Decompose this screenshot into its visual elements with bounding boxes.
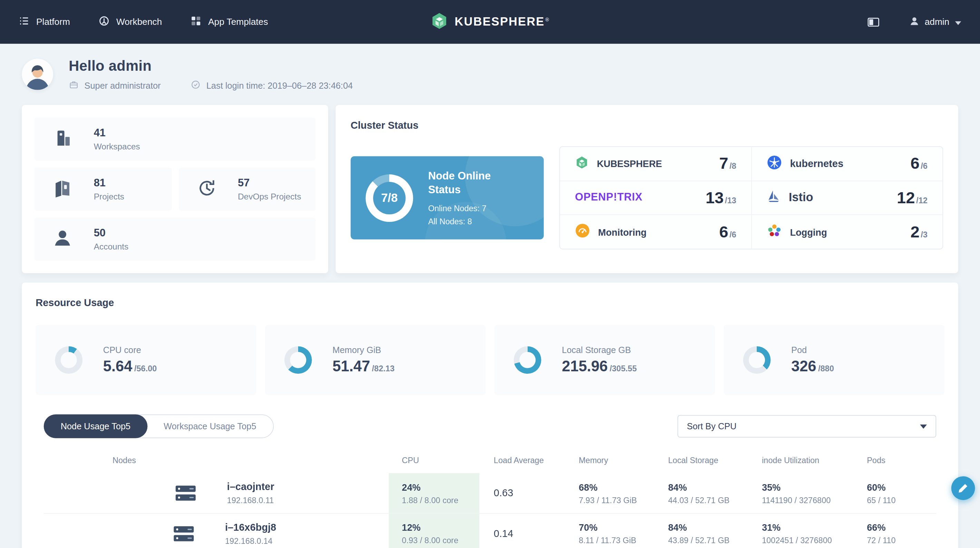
- nav-item-workbench[interactable]: Workbench: [99, 16, 162, 28]
- table-row[interactable]: i–caojnter 192.168.0.11 24% 1.88 / 8.00 …: [44, 473, 936, 513]
- user-icon: [909, 16, 919, 28]
- pencil-icon: [958, 483, 969, 494]
- kubernetes-helm-icon: [767, 155, 781, 172]
- kubesphere-logo-icon: [430, 12, 449, 32]
- top-nav: Platform Workbench App Templates KUBESPH…: [0, 0, 980, 44]
- storage-detail: 44.03 / 52.71 GB: [668, 495, 749, 505]
- gauge-value: 51.47/82.13: [332, 357, 395, 375]
- component-name: Logging: [790, 227, 827, 237]
- pods-detail: 65 / 110: [867, 495, 936, 505]
- component-istio: Istio 12/12: [751, 181, 942, 215]
- component-count-total: /8: [729, 161, 737, 171]
- component-kubernetes: kubernetes 6/6: [751, 147, 942, 181]
- table-row[interactable]: i–16x6bgj8 192.168.0.14 12% 0.93 / 8.00 …: [44, 513, 936, 548]
- kubesphere-small-icon: [575, 156, 589, 172]
- gauge-used: 5.64: [103, 357, 132, 375]
- avatar: [22, 59, 53, 90]
- nav-item-app-templates[interactable]: App Templates: [191, 16, 268, 28]
- gauge-used: 326: [791, 357, 816, 375]
- stat-projects[interactable]: 81 Projects: [35, 167, 172, 210]
- nav-item-platform[interactable]: Platform: [19, 16, 70, 28]
- gauge-value: 215.96/305.55: [562, 357, 636, 375]
- all-nodes-label: All Nodes: 8: [428, 217, 516, 226]
- nav-menu: Platform Workbench App Templates: [19, 16, 268, 28]
- floating-edit-button[interactable]: [951, 476, 975, 500]
- tab-workspace-usage-top5[interactable]: Workspace Usage Top5: [146, 414, 273, 438]
- user-name: admin: [925, 17, 950, 27]
- component-logging: Logging 2/3: [751, 215, 942, 249]
- load-average-cell: 0.63: [479, 473, 566, 513]
- stat-text: 57 DevOps Projects: [238, 177, 301, 202]
- component-name: kubernetes: [790, 158, 843, 169]
- gauge-used: 215.96: [562, 357, 608, 375]
- stat-label: Accounts: [94, 242, 129, 251]
- node-name[interactable]: i–caojnter: [227, 481, 274, 493]
- kubesphere-dashboard: Platform Workbench App Templates KUBESPH…: [0, 0, 980, 548]
- stat-devops-projects[interactable]: 57 DevOps Projects: [178, 167, 316, 210]
- storage-donut: [514, 346, 541, 374]
- col-header-load-average: Load Average: [479, 456, 566, 465]
- brand[interactable]: KUBESPHERE®: [430, 12, 550, 32]
- col-header-memory: Memory: [566, 456, 655, 465]
- memory-cell: 70% 8.11 / 11.73 GiB: [566, 514, 655, 548]
- sort-by-value: Sort By CPU: [687, 421, 737, 432]
- component-name: Monitoring: [598, 227, 646, 237]
- component-count-value: 6: [910, 154, 919, 173]
- col-header-nodes: Nodes: [44, 456, 389, 465]
- server-icon: [175, 484, 197, 502]
- gauge-text: Pod 326/880: [791, 345, 834, 375]
- page-header: Hello admin Super administrator Last log…: [0, 44, 980, 102]
- check-circle-icon: [191, 80, 201, 91]
- role-label: Super administrator: [84, 81, 161, 91]
- component-openpitrix: OPENP!TRIX 13/13: [560, 181, 751, 215]
- stat-label: Projects: [94, 192, 124, 201]
- pods-percent: 66%: [867, 522, 936, 532]
- app-templates-icon: [191, 16, 202, 28]
- stat-value: 57: [238, 177, 301, 190]
- pod-donut: [743, 346, 771, 374]
- cpu-cell: 24% 1.88 / 8.00 core: [389, 473, 480, 513]
- resource-usage-card: Resource Usage CPU core 5.64/56.00 Memor…: [22, 283, 958, 548]
- last-login: Last login time: 2019–06–28 23:46:04: [191, 80, 353, 91]
- projects-icon: [52, 177, 73, 201]
- inode-detail: 1141190 / 3276800: [762, 495, 854, 505]
- stat-value: 81: [94, 177, 124, 190]
- component-count-total: /6: [921, 161, 928, 171]
- cpu-donut: [55, 346, 83, 374]
- cpu-percent: 12%: [402, 522, 480, 532]
- stat-value: 50: [94, 227, 129, 239]
- pods-cell: 66% 72 / 110: [854, 514, 936, 548]
- gauge-label: CPU core: [103, 345, 157, 355]
- tab-node-usage-top5[interactable]: Node Usage Top5: [44, 414, 147, 438]
- istio-sail-icon: [767, 190, 781, 206]
- gauge-label: Local Storage GB: [562, 345, 636, 355]
- cluster-status-card: Cluster Status 7/8 Node Online Status On…: [336, 105, 958, 273]
- online-nodes-label: Online Nodes: 7: [428, 204, 516, 213]
- pods-percent: 60%: [867, 482, 936, 492]
- openpitrix-wordmark: OPENP!TRIX: [575, 191, 642, 204]
- node-online-donut: 7/8: [366, 174, 414, 221]
- node-usage-table: Nodes CPU Load Average Memory Local Stor…: [44, 456, 936, 548]
- gauge-total: /305.55: [610, 364, 637, 373]
- col-header-inode-utilization: inode Utilization: [749, 456, 854, 465]
- layout-toggle-icon[interactable]: [867, 17, 879, 27]
- devops-clock-icon: [196, 177, 217, 201]
- memory-detail: 8.11 / 11.73 GiB: [579, 535, 655, 545]
- stat-workspaces[interactable]: 41 Workspaces: [35, 118, 316, 161]
- node-online-info: Node Online Status Online Nodes: 7 All N…: [428, 169, 516, 226]
- sort-by-select[interactable]: Sort By CPU: [678, 415, 936, 438]
- node-name[interactable]: i–16x6bgj8: [225, 521, 276, 533]
- node-cell: i–caojnter 192.168.0.11: [44, 473, 389, 513]
- pods-detail: 72 / 110: [867, 535, 936, 545]
- local-storage-cell: 84% 43.89 / 52.71 GB: [655, 514, 749, 548]
- donut-hole: [519, 352, 536, 368]
- gauge-label: Memory GiB: [332, 345, 395, 355]
- nav-item-label: Workbench: [116, 17, 162, 27]
- user-menu[interactable]: admin: [909, 16, 961, 28]
- gauge-total: /82.13: [372, 364, 395, 373]
- stat-accounts[interactable]: 50 Accounts: [35, 217, 316, 261]
- gauge-text: Local Storage GB 215.96/305.55: [562, 345, 636, 375]
- resource-usage-title: Resource Usage: [35, 298, 945, 309]
- memory-cell: 68% 7.93 / 11.73 GiB: [566, 473, 655, 513]
- memory-percent: 70%: [579, 522, 655, 532]
